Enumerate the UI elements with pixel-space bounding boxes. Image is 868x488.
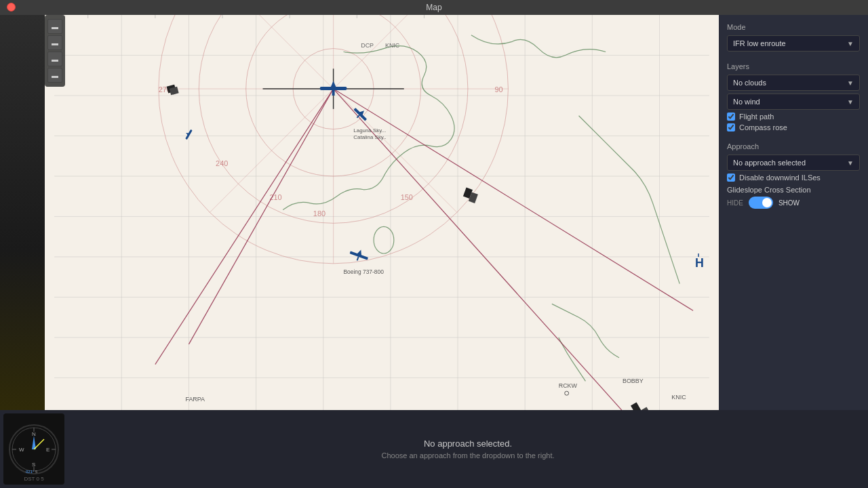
wind-dropdown[interactable]: No wind ▼ xyxy=(727,94,860,110)
approach-arrow: ▼ xyxy=(847,159,854,167)
approach-section: Approach No approach selected ▼ Disable … xyxy=(727,142,860,209)
glideslope-toggle[interactable] xyxy=(749,197,773,209)
glideslope-toggle-row: HIDE SHOW xyxy=(727,197,860,209)
svg-text:KNIC: KNIC xyxy=(385,42,400,49)
svg-text:210: 210 xyxy=(269,193,281,201)
approach-dropdown[interactable]: No approach selected ▼ xyxy=(727,155,860,171)
svg-text:RCKW: RCKW xyxy=(559,382,578,389)
status-center: No approach selected. Choose an approach… xyxy=(68,439,868,460)
svg-text:Laguna Sky...: Laguna Sky... xyxy=(353,128,386,134)
svg-text:240: 240 xyxy=(216,159,228,167)
svg-text:180: 180 xyxy=(313,209,326,218)
layers-button[interactable]: ▬ xyxy=(47,68,62,83)
svg-text:DCP: DCP xyxy=(361,42,374,49)
svg-text:Boeing 737-800: Boeing 737-800 xyxy=(343,268,384,275)
zoom-in-button[interactable]: ▬ xyxy=(47,19,62,34)
clouds-arrow: ▼ xyxy=(847,79,854,87)
zoom-out-button[interactable]: ▬ xyxy=(47,35,62,50)
compass-rose-row: Compass rose xyxy=(727,123,860,131)
titlebar-title: Map xyxy=(426,3,441,12)
svg-text:KNIC: KNIC xyxy=(671,394,686,401)
hide-label: HIDE xyxy=(727,199,743,207)
toggle-knob xyxy=(762,198,772,207)
titlebar: Map xyxy=(0,0,868,15)
status-line1: No approach selected. xyxy=(424,439,512,449)
svg-text:W: W xyxy=(19,447,24,453)
svg-text:021°: 021° xyxy=(26,470,35,474)
instrument-dial: N S E W 021° 5 xyxy=(7,422,61,476)
wind-arrow: ▼ xyxy=(847,98,854,106)
flight-path-checkbox[interactable] xyxy=(727,113,735,121)
svg-text:H: H xyxy=(695,256,704,270)
compass-rose-checkbox[interactable] xyxy=(727,123,735,131)
mode-selected: IFR low enroute xyxy=(733,39,786,47)
map-area[interactable]: 270 90 240 180 210 150 xyxy=(45,15,719,410)
instrument-label: DST 0 5 xyxy=(3,476,64,482)
approach-selected: No approach selected xyxy=(733,159,806,167)
center-button[interactable]: ▬ xyxy=(47,52,62,66)
svg-text:E: E xyxy=(46,447,50,453)
layers-section: Layers No clouds ▼ No wind ▼ Flight path… xyxy=(727,62,860,131)
clouds-selected: No clouds xyxy=(733,79,766,87)
svg-text:FARPA: FARPA xyxy=(185,396,205,403)
mode-dropdown-arrow: ▼ xyxy=(847,40,854,47)
layers-label: Layers xyxy=(727,62,860,70)
disable-ils-label: Disable downwind ILSes xyxy=(739,174,821,182)
flight-path-label: Flight path xyxy=(739,113,774,121)
svg-text:BOBBY: BOBBY xyxy=(623,378,644,384)
disable-ils-checkbox[interactable] xyxy=(727,174,735,182)
svg-text:90: 90 xyxy=(495,85,503,94)
svg-text:150: 150 xyxy=(401,193,413,201)
status-line2: Choose an approach from the dropdown to … xyxy=(382,451,555,460)
bottom-bar: N S E W 021° 5 DST 0 5 No approach selec… xyxy=(0,410,868,488)
mode-dropdown[interactable]: IFR low enroute ▼ xyxy=(727,35,860,52)
map-svg: 270 90 240 180 210 150 xyxy=(45,15,719,410)
mode-section: Mode IFR low enroute ▼ xyxy=(727,23,860,52)
svg-rect-61 xyxy=(332,90,335,96)
flight-path-row: Flight path xyxy=(727,113,860,121)
wind-selected: No wind xyxy=(733,98,760,106)
svg-text:S: S xyxy=(32,462,35,468)
svg-text:Catalina Sky..: Catalina Sky.. xyxy=(353,134,386,140)
instrument-panel: N S E W 021° 5 DST 0 5 xyxy=(3,413,64,485)
mode-label: Mode xyxy=(727,23,860,31)
clouds-dropdown[interactable]: No clouds ▼ xyxy=(727,75,860,91)
compass-rose-label: Compass rose xyxy=(739,123,787,131)
glideslope-label: Glideslope Cross Section xyxy=(727,186,860,194)
show-label: SHOW xyxy=(778,199,800,207)
svg-rect-0 xyxy=(54,15,709,410)
close-button[interactable] xyxy=(7,3,16,12)
disable-ils-row: Disable downwind ILSes xyxy=(727,174,860,182)
approach-label: Approach xyxy=(727,142,860,150)
map-controls: ▬ ▬ ▬ ▬ xyxy=(45,15,65,87)
